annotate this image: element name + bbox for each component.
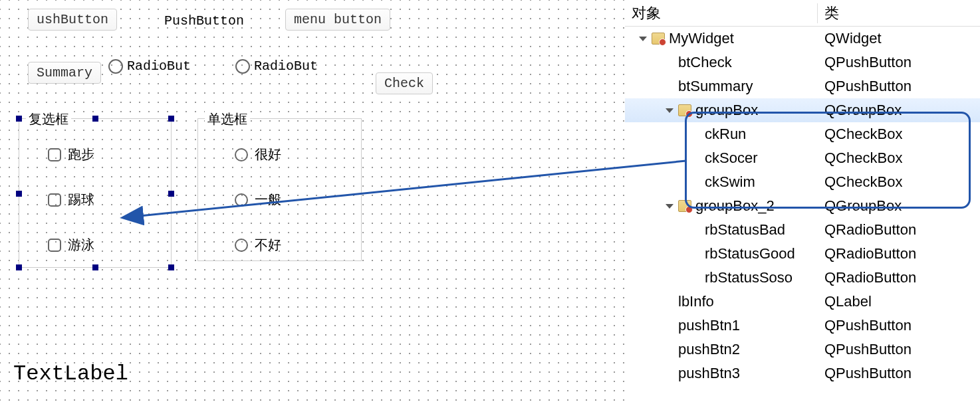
tree-row-lbInfo[interactable]: lbInfoQLabel — [625, 290, 980, 314]
object-name: MyWidget — [669, 30, 734, 47]
tree-row-rbStatusBad[interactable]: rbStatusBadQRadioButton — [625, 218, 980, 242]
expand-icon — [665, 321, 674, 330]
selection-handle[interactable] — [16, 191, 22, 197]
widget-icon — [678, 104, 691, 116]
checkbox-soccer[interactable]: 踢球 — [48, 191, 94, 209]
tree-row-pushBtn1[interactable]: pushBtn1QPushButton — [625, 314, 980, 338]
object-name: groupBox_2 — [695, 197, 775, 215]
tree-row-rbStatusSoso[interactable]: rbStatusSosoQRadioButton — [625, 266, 980, 290]
object-name: ckSwim — [705, 173, 755, 191]
object-name: ckSocer — [705, 150, 757, 167]
header-object[interactable]: 对象 — [625, 3, 818, 23]
checkbox-icon — [48, 148, 61, 161]
object-class: QPushButton — [818, 365, 912, 382]
object-name: rbStatusSoso — [705, 269, 793, 286]
selection-handle[interactable] — [16, 264, 22, 270]
groupbox-title: 单选框 — [205, 110, 250, 128]
object-class: QGroupBox — [818, 197, 902, 215]
selection-handle[interactable] — [92, 116, 98, 122]
menu-button[interactable]: menu button — [285, 9, 390, 31]
object-name: ckRun — [705, 126, 746, 143]
groupbox-checkbox[interactable]: 复选框 跑步 踢球 游泳 — [19, 118, 172, 268]
radio-label: 很好 — [255, 146, 281, 163]
object-class: QPushButton — [818, 317, 912, 334]
object-class: QGroupBox — [818, 102, 902, 119]
object-name: lbInfo — [678, 293, 714, 310]
check-button[interactable]: Check — [376, 72, 433, 94]
expand-icon — [691, 130, 701, 139]
object-class: QWidget — [818, 30, 882, 47]
radio-label: 不好 — [255, 236, 281, 254]
ush-button[interactable]: ushButton — [28, 9, 117, 31]
object-name: btSummary — [678, 78, 753, 95]
object-class: QPushButton — [818, 54, 912, 71]
radio-soso[interactable]: 一般 — [235, 191, 281, 209]
radio-icon — [235, 239, 248, 252]
push-button-label[interactable]: PushButton — [164, 13, 244, 29]
checkbox-icon — [48, 239, 61, 252]
widget-icon — [652, 33, 665, 45]
tree-row-ckSocer[interactable]: ckSocerQCheckBox — [625, 146, 980, 170]
expand-icon — [665, 297, 674, 306]
expand-icon — [691, 177, 701, 187]
selection-handle[interactable] — [168, 264, 174, 270]
object-class: QPushButton — [818, 78, 912, 95]
object-name: rbStatusGood — [705, 245, 795, 262]
radio-button-1[interactable]: RadioBut — [108, 58, 191, 74]
groupbox-title: 复选框 — [26, 110, 71, 128]
radio-icon — [235, 193, 248, 207]
object-class: QCheckBox — [818, 126, 902, 143]
object-class: QCheckBox — [818, 173, 902, 191]
expand-icon — [665, 82, 674, 91]
radio-good[interactable]: 很好 — [235, 146, 281, 163]
tree-row-btSummary[interactable]: btSummaryQPushButton — [625, 74, 980, 98]
selection-handle[interactable] — [92, 264, 98, 270]
checkbox-swim[interactable]: 游泳 — [48, 236, 94, 254]
selection-handle[interactable] — [168, 116, 174, 122]
groupbox-radio[interactable]: 单选框 很好 一般 不好 — [197, 118, 362, 261]
expand-icon — [691, 273, 701, 282]
tree-row-btCheck[interactable]: btCheckQPushButton — [625, 51, 980, 74]
tree-row-rbStatusGood[interactable]: rbStatusGoodQRadioButton — [625, 242, 980, 266]
object-class: QRadioButton — [818, 269, 916, 286]
checkbox-label: 跑步 — [68, 146, 94, 163]
object-name: groupBox — [695, 102, 758, 119]
object-name: rbStatusBad — [705, 221, 785, 239]
expand-icon — [691, 225, 701, 235]
expand-icon — [665, 369, 674, 378]
inspector-header: 对象 类 — [625, 0, 980, 27]
checkbox-icon — [48, 193, 61, 207]
tree-row-groupBox[interactable]: groupBoxQGroupBox — [625, 98, 980, 122]
tree-row-pushBtn3[interactable]: pushBtn3QPushButton — [625, 361, 980, 385]
expand-icon — [665, 58, 674, 67]
checkbox-run[interactable]: 跑步 — [48, 146, 94, 163]
expand-icon[interactable] — [665, 201, 674, 211]
object-class: QPushButton — [818, 341, 912, 358]
object-inspector: 对象 类 MyWidgetQWidgetbtCheckQPushButtonbt… — [625, 0, 980, 406]
tree-row-groupBox_2[interactable]: groupBox_2QGroupBox — [625, 194, 980, 218]
expand-icon[interactable] — [638, 34, 648, 43]
summary-button[interactable]: Summary — [28, 62, 101, 84]
expand-icon — [691, 249, 701, 258]
object-class: QRadioButton — [818, 221, 916, 239]
object-class: QLabel — [818, 293, 872, 310]
designer-canvas[interactable]: ushButton PushButton menu button Summary… — [0, 0, 625, 406]
radio-bad[interactable]: 不好 — [235, 236, 281, 254]
radio-button-2[interactable]: RadioBut — [235, 58, 318, 74]
selection-handle[interactable] — [16, 116, 22, 122]
tree-row-ckSwim[interactable]: ckSwimQCheckBox — [625, 170, 980, 194]
selection-handle[interactable] — [168, 191, 174, 197]
object-name: btCheck — [678, 54, 732, 71]
tree-row-pushBtn2[interactable]: pushBtn2QPushButton — [625, 338, 980, 361]
expand-icon[interactable] — [665, 106, 674, 115]
object-class: QCheckBox — [818, 150, 902, 167]
header-class[interactable]: 类 — [818, 3, 839, 23]
tree-row-MyWidget[interactable]: MyWidgetQWidget — [625, 27, 980, 51]
tree-row-ckRun[interactable]: ckRunQCheckBox — [625, 122, 980, 146]
object-class: QRadioButton — [818, 245, 916, 262]
widget-icon — [678, 200, 691, 212]
text-label[interactable]: TextLabel — [13, 361, 128, 386]
radio-icon — [235, 148, 248, 161]
checkbox-label: 游泳 — [68, 236, 94, 254]
radio-label: 一般 — [255, 191, 281, 209]
